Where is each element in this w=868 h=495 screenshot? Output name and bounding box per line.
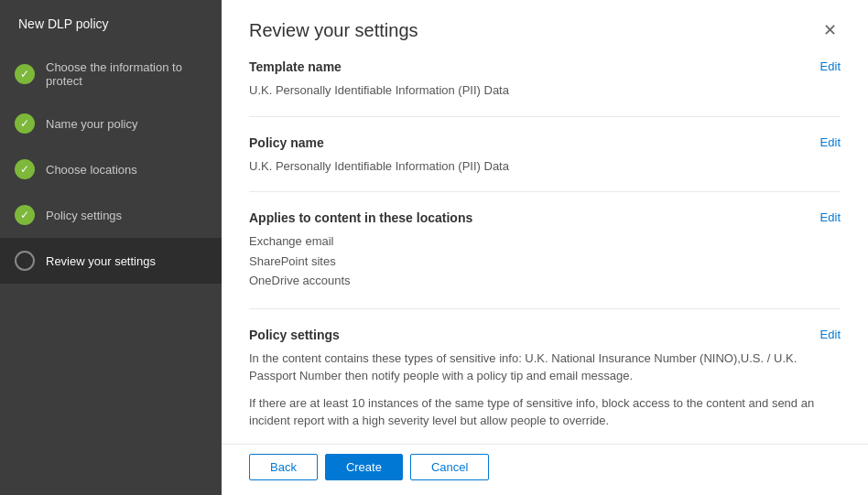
main-footer: Back Create Cancel [222,444,868,495]
main-body: Template name Edit U.K. Personally Ident… [222,50,868,444]
policy-name-value: U.K. Personally Identifiable Information… [249,157,841,176]
policy-settings-edit[interactable]: Edit [820,328,841,341]
step-2-icon: ✓ [15,113,35,134]
policy-name-section: Policy name Edit U.K. Personally Identif… [249,135,841,193]
policy-settings-section: Policy settings Edit In the content cont… [249,328,841,445]
sidebar-title: New DLP policy [0,0,222,48]
locations-section: Applies to content in these locations Ed… [249,210,841,309]
step-4-icon: ✓ [15,205,35,225]
locations-values: Exchange email SharePoint sites OneDrive… [249,232,841,290]
template-name-header: Template name Edit [249,59,841,78]
location-sharepoint: SharePoint sites [249,253,841,271]
step-1-icon: ✓ [15,64,35,84]
policy-settings-values: In the content contains these types of s… [249,350,841,430]
location-onedrive: OneDrive accounts [249,272,841,290]
location-exchange: Exchange email [249,232,841,251]
locations-edit[interactable]: Edit [820,210,841,224]
policy-settings-line-1: In the content contains these types of s… [249,350,841,385]
policy-settings-line-2: If there are at least 10 instances of th… [249,394,841,430]
sidebar-item-review-settings[interactable]: Review your settings [0,238,222,284]
close-button[interactable]: ✕ [819,20,841,40]
sidebar-item-label-3: Choose locations [46,163,137,177]
main-title: Review your settings [249,20,418,41]
sidebar-item-policy-settings[interactable]: ✓ Policy settings [0,192,222,238]
sidebar-item-name-policy[interactable]: ✓ Name your policy [0,101,222,146]
step-5-icon [15,251,35,271]
policy-name-header: Policy name Edit [249,135,841,154]
cancel-button[interactable]: Cancel [410,454,489,480]
main-content: Review your settings ✕ Template name Edi… [222,0,868,495]
sidebar-item-label-1: Choose the information to protect [46,60,207,88]
sidebar-item-label-4: Policy settings [46,209,122,222]
policy-settings-header: Policy settings Edit [249,328,841,346]
sidebar-item-choose-locations[interactable]: ✓ Choose locations [0,146,222,192]
template-name-title: Template name [249,59,342,74]
sidebar-item-choose-info[interactable]: ✓ Choose the information to protect [0,48,222,101]
main-header: Review your settings ✕ [222,0,868,50]
locations-header: Applies to content in these locations Ed… [249,210,841,229]
sidebar-item-label-5: Review your settings [46,254,156,268]
sidebar-item-label-2: Name your policy [46,117,137,131]
back-button[interactable]: Back [249,454,318,480]
sidebar: New DLP policy ✓ Choose the information … [0,0,222,495]
template-name-section: Template name Edit U.K. Personally Ident… [249,59,841,117]
template-name-edit[interactable]: Edit [820,59,841,73]
create-button[interactable]: Create [325,454,403,480]
policy-name-edit[interactable]: Edit [820,135,841,149]
policy-settings-title: Policy settings [249,328,340,342]
step-3-icon: ✓ [15,159,35,179]
policy-name-title: Policy name [249,135,324,150]
locations-title: Applies to content in these locations [249,210,472,225]
template-name-value: U.K. Personally Identifiable Information… [249,81,841,100]
